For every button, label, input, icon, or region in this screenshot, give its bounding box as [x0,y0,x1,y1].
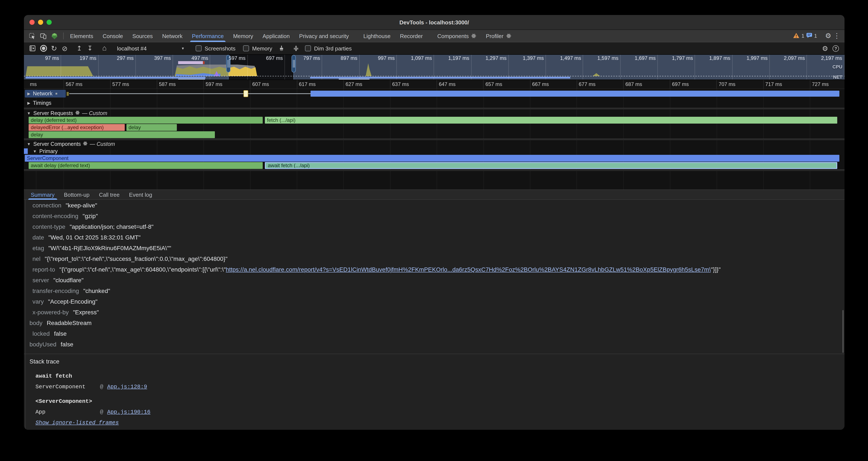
history-dropdown[interactable]: localhost #4 ▼ [114,45,188,52]
issues-message-icon[interactable] [806,33,812,39]
tab-elements[interactable]: Elements [65,30,98,42]
tab-memory[interactable]: Memory [228,30,258,42]
load-profile-icon[interactable]: ↥ [74,45,85,52]
timeline-tracks[interactable]: ▶ Network ▶ Timings ▼ Server Requests [24,89,844,190]
save-profile-icon[interactable]: ↧ [85,45,95,52]
tab-label: Lighthouse [363,33,391,39]
history-selected-value: localhost #4 [117,45,147,52]
minimize-window-button[interactable] [38,20,43,25]
frame-at: @ [100,407,103,417]
timeline-event-bar[interactable]: ServerComponent [25,155,839,162]
track-title: Network [33,91,53,97]
tab-label: Performance [192,33,224,39]
collect-garbage-icon[interactable] [276,45,287,51]
property-value: false [61,341,73,348]
frame-name: await fetch [35,371,72,381]
checkbox-box[interactable] [305,45,311,51]
tab-profiler[interactable]: Profiler [481,30,516,42]
chevron-expanded-icon[interactable]: ▼ [27,111,31,115]
chevron-collapsed-icon[interactable]: ▶ [27,101,31,105]
screenshots-checkbox[interactable]: Screenshots [196,45,236,52]
settings-gear-icon[interactable]: ⚙ [825,32,831,39]
tab-components[interactable]: Components [433,30,481,42]
chevron-expanded-icon[interactable]: ▼ [32,149,37,153]
zoom-window-button[interactable] [46,20,52,25]
checkbox-box[interactable] [196,45,202,51]
tab-performance[interactable]: Performance [187,30,228,42]
timeline-event-bar[interactable]: delayedError (...ayed exception) [29,124,125,131]
tab-label: Call tree [99,191,120,198]
property-value: "keep-alive" [66,202,97,209]
checkbox-box[interactable] [243,45,249,51]
help-icon[interactable]: ? [830,45,841,52]
more-options-kebab-icon[interactable]: ⋮ [833,32,840,39]
track-server-requests[interactable]: ▼ Server Requests — Custom [24,110,844,117]
track-timings[interactable]: ▶ Timings [24,98,844,108]
track-primary[interactable]: ▼ Primary [24,147,844,155]
selection-right-handle[interactable] [292,55,296,72]
ruler-tick-label: 667 ms [530,80,577,88]
summary-pane[interactable]: connection"keep-alive"content-encoding"g… [24,200,844,430]
event-label: delay (deferred text) [31,117,77,123]
property-row: bodyReadableStream [24,318,844,328]
toolbar-right: ⚙ ? [816,44,841,52]
close-window-button[interactable] [29,20,35,25]
tab-label: Profiler [486,33,503,39]
dim-third-parties-checkbox[interactable]: Dim 3rd parties [305,45,351,52]
timeline-event-bar[interactable]: delay [126,124,177,131]
report-endpoint-link[interactable]: https://a.nel.cloudflare.com/report/v4?s… [226,266,711,273]
tab-summary[interactable]: Summary [26,190,59,199]
tab-call-tree[interactable]: Call tree [94,190,124,199]
timeline-overview[interactable]: 97 ms197 ms297 ms397 ms497 ms597 ms697 m… [24,55,844,80]
tab-console[interactable]: Console [98,30,127,42]
timeline-event-bar[interactable]: await fetch (.../api) [265,162,837,169]
tab-event-log[interactable]: Event log [124,190,157,199]
react-atom-icon [75,110,80,116]
timeline-event-bar[interactable]: delay (deferred text) [29,117,263,123]
source-location-link[interactable]: App.js:190:16 [107,407,151,417]
timeline-event-bar[interactable]: delay [29,131,215,138]
tab-network[interactable]: Network [157,30,187,42]
ruler-tick-label: 587 ms [157,80,203,88]
tab-privacy-security[interactable]: Privacy and security [294,30,354,42]
traffic-lights [29,20,52,25]
stack-frame: ServerComponent @ App.js:128:9 [24,381,844,392]
shrink-timeline-icon[interactable] [290,45,301,51]
home-icon[interactable]: ⌂ [99,44,110,53]
network-request-bar[interactable] [311,91,839,97]
toggle-sidebar-icon[interactable] [27,45,38,51]
scrollbar-thumb[interactable] [842,310,844,353]
selection-left-handle[interactable] [226,55,230,72]
network-track-label[interactable]: ▶ Network [24,91,57,97]
track-network[interactable]: ▶ Network [24,89,844,98]
frame-name: App [35,407,100,417]
tab-bottom-up[interactable]: Bottom-up [59,190,94,199]
tab-sources[interactable]: Sources [128,30,157,42]
chevron-collapsed-icon[interactable]: ▶ [27,91,31,96]
event-label: ServerComponent [27,155,68,161]
tab-label: Network [162,33,182,39]
tab-application[interactable]: Application [258,30,294,42]
chevron-expanded-icon[interactable]: ▼ [27,142,31,146]
show-ignore-listed-frames-link[interactable]: Show ignore-listed frames [35,420,119,426]
network-highlight-marker[interactable] [244,90,248,97]
reload-and-record-button[interactable]: ↻ [49,44,59,53]
detail-time-ruler[interactable]: ms 567 ms577 ms587 ms597 ms607 ms617 ms6… [24,80,844,89]
timeline-event-bar[interactable]: await delay (deferred text) [29,162,263,169]
extension-gem-icon[interactable] [50,31,59,40]
source-location-link[interactable]: App.js:128:9 [107,381,147,392]
device-toolbar-icon[interactable] [38,31,48,40]
tab-lighthouse[interactable]: Lighthouse [359,30,395,42]
track-server-components[interactable]: ▼ Server Components — Custom [24,140,844,147]
tab-recorder[interactable]: Recorder [395,30,427,42]
memory-checkbox[interactable]: Memory [243,45,272,52]
panel-settings-gear-icon[interactable]: ⚙ [820,44,830,52]
inspect-element-icon[interactable] [27,31,37,40]
record-button[interactable] [38,45,49,52]
property-key: transfer-encoding [32,287,79,294]
property-key: etag [32,244,44,252]
property-value: "{\"report_to\":\"cf-nel\",\"success_fra… [44,255,227,262]
warning-icon[interactable] [794,33,800,39]
timeline-event-bar[interactable]: fetch (.../api) [265,117,837,123]
clear-recording-button[interactable]: ⊘ [59,44,70,52]
